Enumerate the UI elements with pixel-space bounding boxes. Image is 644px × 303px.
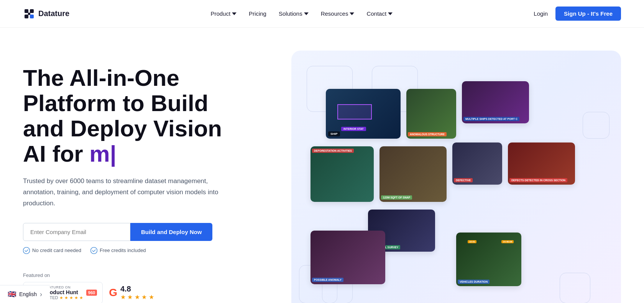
g2-rating-number: 4.8 [120, 285, 154, 293]
ship-annotation [337, 104, 372, 120]
logo-text: Datature [38, 9, 69, 18]
ph-text: FEATURED ON Product Hunt RATED ★ ★ ★ ★ ★ [44, 285, 83, 300]
g2-logo-icon: G [109, 287, 117, 299]
svg-rect-3 [30, 15, 34, 18]
image-card-ship: SHIP INTERIOR STAT [326, 89, 401, 139]
deforestation-label: DEFORESTATION ACTIVITIES [312, 149, 354, 153]
possible-anomaly-label: POSSIBLE ANOMALY [312, 278, 343, 282]
image-card-vehicles: VEHICLES DURATION 10:01 14:40:08 [456, 233, 521, 286]
ph-score: 960 [86, 290, 97, 296]
hero-heading: The All-in-One Platform to Build and Dep… [23, 66, 276, 167]
grid-outline-5 [583, 112, 610, 139]
sqft-label: 123M SQFT OF SNAP [381, 195, 412, 200]
nav-links: Product Pricing Solutions Resources Cont… [210, 10, 393, 17]
svg-rect-2 [25, 15, 28, 18]
hero-right: SHIP INTERIOR STAT ANOMALOUS STRUCTURE M… [291, 51, 621, 303]
language-flag: 🇬🇧 [8, 290, 16, 298]
featured-label: Featured on [23, 272, 276, 278]
nav-actions: Login Sign Up - It's Free [534, 7, 621, 21]
defective-label: DEFECTIVE [454, 178, 473, 182]
image-card-multiple-ships: MULTIPLE SHIPS DETECTED AT PORT C [462, 81, 529, 123]
cta-button[interactable]: Build and Deploy Now [130, 223, 212, 241]
language-selector[interactable]: 🇬🇧 English › [0, 285, 50, 303]
image-card-defects: DEFECTS DETECTED IN CROSS SECTION [508, 142, 575, 185]
svg-rect-4 [28, 13, 30, 15]
email-input[interactable] [23, 223, 130, 241]
image-card-defective: DEFECTIVE [452, 142, 502, 185]
trust-row: No credit card needed Free credits inclu… [23, 247, 276, 254]
vehicles-label: VEHICLES DURATION [458, 280, 490, 284]
nav-product[interactable]: Product [210, 10, 237, 17]
hero-left: The All-in-One Platform to Build and Dep… [23, 66, 276, 303]
image-card-anomalous: ANOMALOUS STRUCTURE [406, 89, 456, 139]
language-label: English [19, 291, 37, 297]
image-card-possible-anomaly: POSSIBLE ANOMALY [310, 231, 385, 284]
g2-badge[interactable]: G 4.8 ★ ★ ★ ★ ★ [109, 285, 154, 301]
login-button[interactable]: Login [534, 10, 548, 17]
svg-point-6 [90, 247, 97, 254]
featured-section: Featured on P FEATURED ON Product Hunt R… [23, 272, 276, 303]
image-card-deforestation: DEFORESTATION ACTIVITIES [310, 146, 374, 202]
navbar: Datature Product Pricing Solutions Resou… [0, 0, 644, 28]
language-chevron: › [40, 290, 42, 298]
svg-rect-1 [30, 9, 34, 13]
logo[interactable]: Datature [23, 8, 69, 20]
svg-point-5 [23, 247, 30, 254]
g2-stars: ★ ★ ★ ★ ★ [120, 293, 154, 301]
defects-label: DEFECTS DETECTED IN CROSS SECTION [509, 178, 567, 182]
image-card-sqft: 123M SQFT OF SNAP [380, 146, 447, 202]
g2-rating-block: 4.8 ★ ★ ★ ★ ★ [120, 285, 154, 301]
hero-form: Build and Deploy Now [23, 223, 276, 241]
anomalous-label: ANOMALOUS STRUCTURE [408, 132, 447, 136]
nav-resources[interactable]: Resources [321, 10, 355, 17]
hero-subtext: Trusted by over 6000 teams to streamline… [23, 176, 222, 209]
svg-rect-0 [25, 9, 28, 13]
nav-solutions[interactable]: Solutions [279, 10, 309, 17]
multiple-ships-label: MULTIPLE SHIPS DETECTED AT PORT C [463, 117, 519, 121]
badges: P FEATURED ON Product Hunt RATED ★ ★ ★ ★… [23, 282, 276, 303]
nav-contact[interactable]: Contact [366, 10, 393, 17]
grid-outline-4 [560, 273, 590, 303]
ship-label: INTERIOR STAT [341, 127, 366, 131]
trust-no-card: No credit card needed [23, 247, 81, 254]
signup-button[interactable]: Sign Up - It's Free [555, 7, 621, 21]
hero-section: The All-in-One Platform to Build and Dep… [0, 28, 644, 303]
trust-free-credits: Free credits included [90, 247, 146, 254]
nav-pricing[interactable]: Pricing [249, 10, 266, 17]
